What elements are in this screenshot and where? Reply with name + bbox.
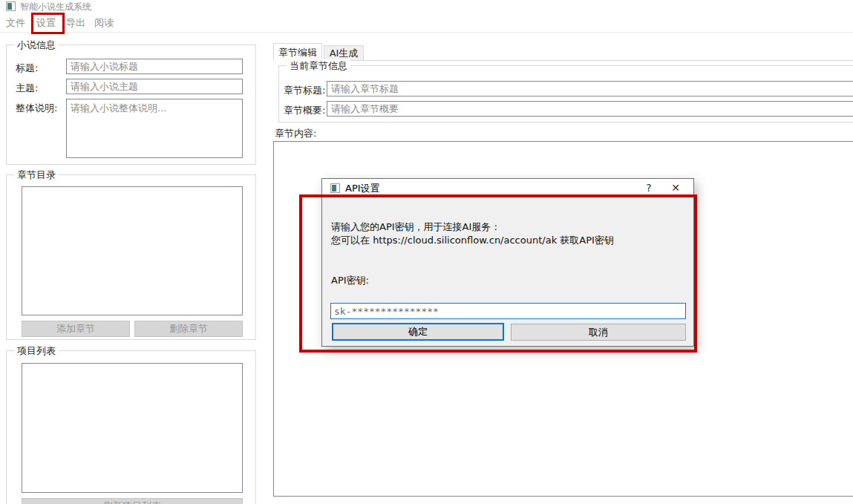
dialog-title: API设置 xyxy=(345,182,380,195)
api-settings-dialog: API设置 ? ✕ 请输入您的API密钥，用于连接AI服务： 您可以在 http… xyxy=(321,178,694,347)
dialog-instruction-line1: 请输入您的API密钥，用于连接AI服务： xyxy=(331,220,500,234)
refresh-project-list-button[interactable]: 刷新项目列表 xyxy=(22,498,243,504)
tab-chapter-edit[interactable]: 章节编辑 xyxy=(273,43,322,61)
cancel-button[interactable]: 取消 xyxy=(511,324,686,341)
title-bar: 智能小说生成系统 xyxy=(0,0,853,13)
dialog-title-bar[interactable]: API设置 ? ✕ xyxy=(322,179,693,197)
novel-info-legend: 小说信息 xyxy=(14,39,59,52)
novel-desc-label: 整体说明: xyxy=(16,102,57,115)
menu-bar: 文件 设置 导出 阅读 xyxy=(0,13,853,33)
menu-item-export[interactable]: 导出 xyxy=(66,16,85,30)
project-listbox[interactable] xyxy=(22,363,243,493)
dialog-icon xyxy=(330,183,340,193)
project-list-group: 项目列表 刷新项目列表 xyxy=(6,350,256,504)
novel-theme-label: 主题: xyxy=(16,82,38,95)
chapter-directory-group: 章节目录 添加章节 删除章节 xyxy=(6,174,256,340)
delete-chapter-button[interactable]: 删除章节 xyxy=(134,321,243,337)
novel-theme-input[interactable] xyxy=(66,79,243,94)
api-key-input[interactable] xyxy=(330,303,686,319)
add-chapter-button[interactable]: 添加章节 xyxy=(22,321,130,337)
menu-item-read[interactable]: 阅读 xyxy=(94,16,114,30)
chapter-title-label: 章节标题: xyxy=(284,84,325,97)
dialog-instruction-line2: 您可以在 https://cloud.siliconflow.cn/accoun… xyxy=(331,234,614,247)
ok-button[interactable]: 确定 xyxy=(332,323,504,341)
novel-title-label: 标题: xyxy=(16,62,38,75)
chapter-listbox[interactable] xyxy=(22,186,243,315)
chapter-directory-legend: 章节目录 xyxy=(14,168,59,182)
api-key-label: API密钥: xyxy=(331,274,369,287)
app-icon xyxy=(6,1,16,11)
novel-info-group: 小说信息 标题: 主题: 整体说明: xyxy=(6,45,256,165)
help-icon[interactable]: ? xyxy=(640,181,658,195)
app-window: 智能小说生成系统 文件 设置 导出 阅读 小说信息 标题: 主题: 整体说明: … xyxy=(0,0,853,504)
project-list-legend: 项目列表 xyxy=(14,344,59,358)
menu-item-file[interactable]: 文件 xyxy=(6,16,25,30)
tab-ai-generate[interactable]: AI生成 xyxy=(324,45,364,61)
chapter-info-legend: 当前章节信息 xyxy=(287,59,350,73)
chapter-info-group: 当前章节信息 章节标题: 章节概要: xyxy=(278,65,853,122)
chapter-title-input[interactable] xyxy=(327,81,853,96)
chapter-summary-label: 章节概要: xyxy=(284,104,325,117)
chapter-content-label: 章节内容: xyxy=(275,127,316,140)
chapter-summary-input[interactable] xyxy=(327,101,853,117)
novel-title-input[interactable] xyxy=(66,59,243,74)
novel-desc-textarea[interactable] xyxy=(66,99,243,158)
window-title: 智能小说生成系统 xyxy=(20,1,91,13)
close-icon[interactable]: ✕ xyxy=(667,181,684,195)
menu-item-settings[interactable]: 设置 xyxy=(36,16,56,30)
